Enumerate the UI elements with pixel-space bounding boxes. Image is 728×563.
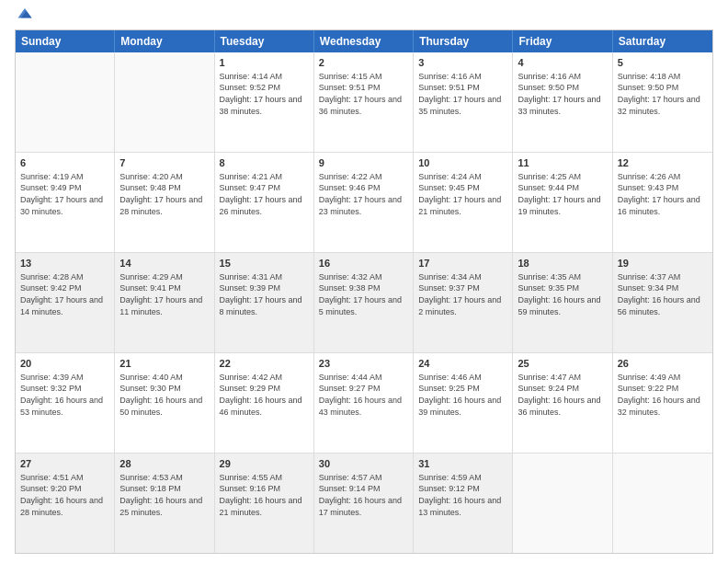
day-number: 22 bbox=[220, 357, 309, 371]
day-info: Sunrise: 4:24 AM Sunset: 9:45 PM Dayligh… bbox=[418, 171, 507, 217]
day-number: 1 bbox=[220, 56, 309, 70]
day-info: Sunrise: 4:20 AM Sunset: 9:48 PM Dayligh… bbox=[119, 171, 209, 217]
day-info: Sunrise: 4:49 AM Sunset: 9:22 PM Dayligh… bbox=[618, 372, 708, 418]
day-number: 27 bbox=[20, 457, 109, 471]
day-info: Sunrise: 4:51 AM Sunset: 9:20 PM Dayligh… bbox=[20, 472, 109, 518]
day-number: 11 bbox=[518, 156, 607, 170]
day-info: Sunrise: 4:44 AM Sunset: 9:27 PM Dayligh… bbox=[319, 372, 408, 418]
calendar-cell: 17Sunrise: 4:34 AM Sunset: 9:37 PM Dayli… bbox=[414, 253, 513, 352]
day-number: 18 bbox=[518, 257, 607, 270]
day-info: Sunrise: 4:18 AM Sunset: 9:50 PM Dayligh… bbox=[618, 71, 708, 117]
calendar: SundayMondayTuesdayWednesdayThursdayFrid… bbox=[15, 29, 713, 554]
day-info: Sunrise: 4:25 AM Sunset: 9:44 PM Dayligh… bbox=[518, 171, 607, 217]
day-info: Sunrise: 4:16 AM Sunset: 9:50 PM Dayligh… bbox=[518, 71, 607, 117]
day-info: Sunrise: 4:53 AM Sunset: 9:18 PM Dayligh… bbox=[119, 472, 209, 518]
calendar-week-5: 27Sunrise: 4:51 AM Sunset: 9:20 PM Dayli… bbox=[16, 454, 712, 553]
day-number: 26 bbox=[618, 357, 708, 371]
calendar-cell: 20Sunrise: 4:39 AM Sunset: 9:32 PM Dayli… bbox=[16, 353, 115, 453]
calendar-cell: 11Sunrise: 4:25 AM Sunset: 9:44 PM Dayli… bbox=[513, 153, 612, 252]
calendar-cell: 18Sunrise: 4:35 AM Sunset: 9:35 PM Dayli… bbox=[513, 253, 612, 352]
calendar-cell: 8Sunrise: 4:21 AM Sunset: 9:47 PM Daylig… bbox=[215, 153, 314, 252]
header-day-wednesday: Wednesday bbox=[314, 30, 414, 52]
calendar-cell: 19Sunrise: 4:37 AM Sunset: 9:34 PM Dayli… bbox=[613, 253, 712, 352]
day-number: 15 bbox=[220, 257, 309, 270]
day-number: 2 bbox=[319, 56, 408, 70]
calendar-cell: 31Sunrise: 4:59 AM Sunset: 9:12 PM Dayli… bbox=[414, 454, 513, 553]
calendar-cell: 3Sunrise: 4:16 AM Sunset: 9:51 PM Daylig… bbox=[414, 52, 513, 152]
page: SundayMondayTuesdayWednesdayThursdayFrid… bbox=[0, 0, 728, 563]
calendar-cell: 23Sunrise: 4:44 AM Sunset: 9:27 PM Dayli… bbox=[314, 353, 414, 453]
calendar-week-4: 20Sunrise: 4:39 AM Sunset: 9:32 PM Dayli… bbox=[16, 353, 712, 454]
header bbox=[15, 9, 713, 22]
day-info: Sunrise: 4:26 AM Sunset: 9:43 PM Dayligh… bbox=[618, 171, 708, 217]
calendar-cell: 2Sunrise: 4:15 AM Sunset: 9:51 PM Daylig… bbox=[314, 52, 414, 152]
day-info: Sunrise: 4:28 AM Sunset: 9:42 PM Dayligh… bbox=[20, 271, 109, 317]
day-number: 13 bbox=[20, 257, 109, 270]
calendar-cell: 4Sunrise: 4:16 AM Sunset: 9:50 PM Daylig… bbox=[513, 52, 612, 152]
logo-icon bbox=[17, 6, 33, 22]
calendar-cell: 22Sunrise: 4:42 AM Sunset: 9:29 PM Dayli… bbox=[215, 353, 314, 453]
calendar-cell: 21Sunrise: 4:40 AM Sunset: 9:30 PM Dayli… bbox=[115, 353, 214, 453]
day-info: Sunrise: 4:39 AM Sunset: 9:32 PM Dayligh… bbox=[20, 372, 109, 418]
calendar-cell bbox=[115, 52, 214, 152]
calendar-cell: 12Sunrise: 4:26 AM Sunset: 9:43 PM Dayli… bbox=[613, 153, 712, 252]
day-number: 31 bbox=[418, 457, 507, 471]
day-info: Sunrise: 4:47 AM Sunset: 9:24 PM Dayligh… bbox=[518, 372, 607, 418]
day-info: Sunrise: 4:14 AM Sunset: 9:52 PM Dayligh… bbox=[220, 71, 309, 117]
day-number: 17 bbox=[418, 257, 507, 270]
calendar-cell: 15Sunrise: 4:31 AM Sunset: 9:39 PM Dayli… bbox=[215, 253, 314, 352]
calendar-body: 1Sunrise: 4:14 AM Sunset: 9:52 PM Daylig… bbox=[16, 52, 712, 553]
header-day-monday: Monday bbox=[115, 30, 214, 52]
day-info: Sunrise: 4:55 AM Sunset: 9:16 PM Dayligh… bbox=[220, 472, 309, 518]
calendar-cell bbox=[16, 52, 115, 152]
calendar-cell: 5Sunrise: 4:18 AM Sunset: 9:50 PM Daylig… bbox=[613, 52, 712, 152]
day-number: 10 bbox=[418, 156, 507, 170]
header-day-friday: Friday bbox=[513, 30, 612, 52]
calendar-cell: 30Sunrise: 4:57 AM Sunset: 9:14 PM Dayli… bbox=[314, 454, 414, 553]
day-info: Sunrise: 4:29 AM Sunset: 9:41 PM Dayligh… bbox=[119, 271, 209, 317]
day-number: 28 bbox=[119, 457, 209, 471]
day-info: Sunrise: 4:57 AM Sunset: 9:14 PM Dayligh… bbox=[319, 472, 408, 518]
calendar-cell: 9Sunrise: 4:22 AM Sunset: 9:46 PM Daylig… bbox=[314, 153, 414, 252]
day-info: Sunrise: 4:46 AM Sunset: 9:25 PM Dayligh… bbox=[418, 372, 507, 418]
day-number: 30 bbox=[319, 457, 408, 471]
calendar-cell: 13Sunrise: 4:28 AM Sunset: 9:42 PM Dayli… bbox=[16, 253, 115, 352]
day-info: Sunrise: 4:22 AM Sunset: 9:46 PM Dayligh… bbox=[319, 171, 408, 217]
day-number: 16 bbox=[319, 257, 408, 270]
calendar-cell: 16Sunrise: 4:32 AM Sunset: 9:38 PM Dayli… bbox=[314, 253, 414, 352]
calendar-week-3: 13Sunrise: 4:28 AM Sunset: 9:42 PM Dayli… bbox=[16, 253, 712, 353]
day-info: Sunrise: 4:37 AM Sunset: 9:34 PM Dayligh… bbox=[618, 271, 708, 317]
day-number: 19 bbox=[618, 257, 708, 270]
calendar-week-1: 1Sunrise: 4:14 AM Sunset: 9:52 PM Daylig… bbox=[16, 52, 712, 153]
calendar-cell: 26Sunrise: 4:49 AM Sunset: 9:22 PM Dayli… bbox=[613, 353, 712, 453]
calendar-cell: 14Sunrise: 4:29 AM Sunset: 9:41 PM Dayli… bbox=[115, 253, 214, 352]
calendar-cell bbox=[513, 454, 612, 553]
day-number: 5 bbox=[618, 56, 708, 70]
day-number: 25 bbox=[518, 357, 607, 371]
day-info: Sunrise: 4:19 AM Sunset: 9:49 PM Dayligh… bbox=[20, 171, 109, 217]
calendar-cell bbox=[613, 454, 712, 553]
day-number: 4 bbox=[518, 56, 607, 70]
day-number: 9 bbox=[319, 156, 408, 170]
header-day-thursday: Thursday bbox=[414, 30, 513, 52]
day-number: 8 bbox=[220, 156, 309, 170]
header-day-sunday: Sunday bbox=[16, 30, 115, 52]
day-number: 3 bbox=[418, 56, 507, 70]
calendar-cell: 6Sunrise: 4:19 AM Sunset: 9:49 PM Daylig… bbox=[16, 153, 115, 252]
calendar-cell: 28Sunrise: 4:53 AM Sunset: 9:18 PM Dayli… bbox=[115, 454, 214, 553]
day-info: Sunrise: 4:35 AM Sunset: 9:35 PM Dayligh… bbox=[518, 271, 607, 317]
logo bbox=[15, 9, 33, 22]
day-number: 29 bbox=[220, 457, 309, 471]
day-info: Sunrise: 4:32 AM Sunset: 9:38 PM Dayligh… bbox=[319, 271, 408, 317]
day-info: Sunrise: 4:21 AM Sunset: 9:47 PM Dayligh… bbox=[220, 171, 309, 217]
day-number: 12 bbox=[618, 156, 708, 170]
calendar-week-2: 6Sunrise: 4:19 AM Sunset: 9:49 PM Daylig… bbox=[16, 153, 712, 253]
day-number: 21 bbox=[119, 357, 209, 371]
day-info: Sunrise: 4:40 AM Sunset: 9:30 PM Dayligh… bbox=[119, 372, 209, 418]
day-number: 7 bbox=[119, 156, 209, 170]
day-info: Sunrise: 4:31 AM Sunset: 9:39 PM Dayligh… bbox=[220, 271, 309, 317]
day-number: 20 bbox=[20, 357, 109, 371]
day-info: Sunrise: 4:16 AM Sunset: 9:51 PM Dayligh… bbox=[418, 71, 507, 117]
calendar-cell: 25Sunrise: 4:47 AM Sunset: 9:24 PM Dayli… bbox=[513, 353, 612, 453]
header-day-saturday: Saturday bbox=[613, 30, 712, 52]
